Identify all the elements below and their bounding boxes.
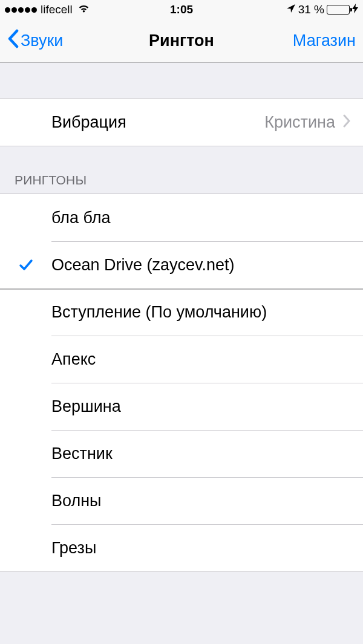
ringtone-label: бла бла <box>51 209 351 227</box>
ringtone-label: Грезы <box>51 539 351 558</box>
carrier-label: lifecell <box>41 3 73 16</box>
vibration-label: Вибрация <box>51 113 264 132</box>
ringtone-cell[interactable]: Вершина <box>0 383 363 430</box>
ringtone-label: Вступление (По умолчанию) <box>51 303 351 322</box>
ringtone-cell[interactable]: Вестник <box>0 430 363 477</box>
status-left: lifecell <box>5 3 170 16</box>
chevron-left-icon <box>7 29 19 53</box>
signal-dots-icon <box>5 7 37 13</box>
chevron-right-icon <box>342 113 351 132</box>
battery-icon <box>327 5 350 15</box>
group-divider <box>0 288 363 290</box>
store-label: Магазин <box>293 31 356 50</box>
checkmark-icon <box>0 257 51 273</box>
ringtone-label: Вершина <box>51 397 351 416</box>
battery-percent-label: 31 % <box>298 3 324 16</box>
charging-icon <box>352 4 358 16</box>
vibration-group: Вибрация Кристина <box>0 98 363 146</box>
ringtone-label: Вестник <box>51 444 351 463</box>
vibration-value: Кристина <box>264 113 335 132</box>
ringtone-cell[interactable]: Вступление (По умолчанию) <box>0 288 363 336</box>
ringtone-cell[interactable]: Апекс <box>0 336 363 383</box>
ringtones-group: бла блаOcean Drive (zaycev.net)Вступлени… <box>0 194 363 572</box>
ringtone-cell[interactable]: Волны <box>0 477 363 524</box>
ringtone-label: Волны <box>51 492 351 510</box>
vibration-cell[interactable]: Вибрация Кристина <box>0 99 363 146</box>
back-label: Звуки <box>21 31 63 50</box>
nav-bar: Звуки Рингтон Магазин <box>0 19 363 63</box>
ringtone-cell[interactable]: бла бла <box>0 194 363 241</box>
location-icon <box>286 3 296 16</box>
ringtone-label: Ocean Drive (zaycev.net) <box>51 256 351 275</box>
ringtones-section-header: РИНГТОНЫ <box>0 146 363 194</box>
ringtone-cell[interactable]: Грезы <box>0 524 363 571</box>
status-right: 31 % <box>193 3 358 16</box>
status-bar: lifecell 1:05 31 % <box>0 0 363 19</box>
wifi-icon <box>77 3 90 16</box>
ringtone-cell[interactable]: Ocean Drive (zaycev.net) <box>0 241 363 288</box>
section-gap <box>0 63 363 98</box>
store-button[interactable]: Магазин <box>293 31 356 50</box>
back-button[interactable]: Звуки <box>7 29 63 53</box>
ringtone-label: Апекс <box>51 350 351 369</box>
status-time: 1:05 <box>170 3 193 16</box>
